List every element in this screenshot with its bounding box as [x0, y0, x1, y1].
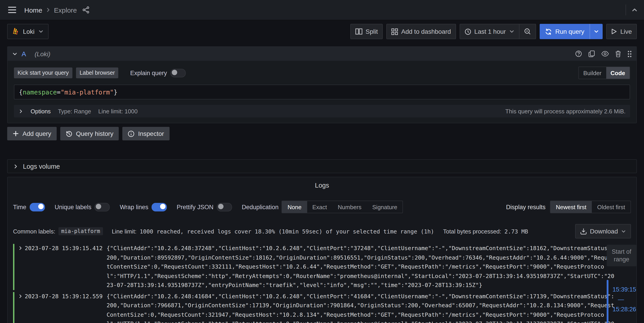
order-option-oldest-first[interactable]: Oldest first	[592, 201, 630, 213]
common-labels-label: Common labels:	[13, 228, 55, 234]
prettify-json-label: Prettify JSON	[177, 204, 214, 210]
trash-icon[interactable]	[615, 50, 621, 57]
dedup-option-signature[interactable]: Signature	[367, 201, 403, 213]
download-button[interactable]: Download	[575, 224, 631, 238]
add-query-button[interactable]: Add query	[7, 127, 57, 140]
live-button[interactable]: Live	[606, 24, 637, 39]
total-bytes-value: 2.73 MB	[504, 228, 528, 234]
options-line-limit-summary: Line limit: 1000	[98, 108, 138, 114]
kick-start-label: Kick start your query	[18, 70, 69, 76]
query-history-button[interactable]: Query history	[60, 127, 119, 140]
log-level-bar	[13, 244, 14, 290]
run-query-dropdown-button[interactable]	[590, 24, 603, 39]
breadcrumb-separator-icon	[46, 8, 50, 12]
log-nav-time-newest: 15:39:15	[612, 286, 636, 293]
logs-panel-title: Logs	[8, 177, 636, 189]
query-history-label: Query history	[76, 130, 114, 137]
query-row-header: A (Loki)	[8, 47, 636, 61]
scroll-top-button[interactable]	[632, 7, 638, 13]
share-button[interactable]	[82, 6, 90, 14]
collapse-chevron-icon[interactable]	[12, 51, 18, 56]
log-timestamp: 2023-07-28 15:39:15.412	[25, 244, 103, 253]
query-token-open-brace: {	[19, 88, 23, 96]
start-of-range-button[interactable]: Start of range	[607, 245, 636, 266]
logs-panel: Logs Time Unique labels Wrap lines Prett…	[7, 177, 637, 323]
split-label: Split	[366, 28, 378, 35]
expand-chevron-icon[interactable]	[18, 246, 23, 250]
download-icon	[580, 228, 587, 234]
info-icon	[128, 130, 134, 137]
chevron-down-icon	[509, 29, 514, 34]
query-ref-id[interactable]: A	[22, 50, 26, 58]
chevron-down-icon	[38, 29, 44, 34]
kick-start-button[interactable]: Kick start your query	[14, 68, 72, 78]
add-to-dashboard-button[interactable]: Add to dashboard	[386, 24, 456, 39]
chevron-up-icon	[632, 7, 638, 13]
log-body: {"ClientAddr":"10.2.6.248:41684","Client…	[106, 292, 616, 323]
query-editor-panel: A (Loki) Kick start your query Label bro…	[7, 46, 637, 123]
drag-handle-icon[interactable]	[627, 50, 632, 57]
prettify-json-toggle[interactable]	[216, 203, 232, 211]
editor-mode-code[interactable]: Code	[606, 67, 630, 79]
query-options-row[interactable]: Options Type: Range Line limit: 1000 Thi…	[14, 105, 630, 118]
query-input[interactable]: {namespace="mia-platform"}	[14, 84, 630, 100]
log-nav-separator: —	[612, 296, 636, 303]
explain-query-toggle[interactable]	[171, 68, 186, 77]
add-to-dashboard-label: Add to dashboard	[401, 28, 451, 35]
explain-query-label: Explain query	[130, 70, 167, 76]
dedup-option-exact[interactable]: Exact	[307, 201, 332, 213]
run-query-label: Run query	[555, 28, 584, 35]
logs-volume-title: Logs volume	[23, 162, 60, 170]
deduplication-radio-group: None Exact Numbers Signature	[282, 201, 403, 213]
breadcrumb: Home Explore	[24, 6, 77, 14]
wrap-lines-toggle[interactable]	[152, 203, 167, 211]
menu-button[interactable]	[6, 4, 18, 16]
chevron-down-icon	[621, 229, 626, 234]
time-range-picker[interactable]: Last 1 hour	[460, 24, 519, 39]
dedup-option-numbers[interactable]: Numbers	[332, 201, 367, 213]
line-limit-label: Line limit:	[112, 228, 136, 234]
chevron-right-icon	[18, 109, 24, 114]
split-button[interactable]: Split	[350, 24, 383, 39]
split-icon	[355, 28, 362, 35]
total-bytes-label: Total bytes processed:	[443, 228, 502, 234]
run-query-button[interactable]: Run query	[540, 24, 590, 39]
log-navigation-range: 15:39:15 — 15:28:26	[607, 280, 636, 323]
plus-icon	[12, 130, 19, 137]
hamburger-icon	[8, 7, 16, 13]
time-label: Time	[13, 204, 26, 210]
dedup-option-none[interactable]: None	[282, 201, 307, 213]
eye-icon[interactable]	[601, 51, 609, 57]
secondary-actions: Add query Query history Inspector	[7, 127, 637, 140]
query-token-label: namespace	[23, 88, 57, 96]
help-icon[interactable]	[575, 50, 582, 57]
label-browser-button[interactable]: Label browser	[76, 68, 118, 78]
time-picker-group: Last 1 hour	[460, 24, 536, 39]
inspector-button[interactable]: Inspector	[122, 127, 169, 140]
magnifier-minus-icon	[524, 28, 531, 35]
nav-divider	[626, 4, 626, 15]
inspector-label: Inspector	[138, 130, 164, 137]
time-toggle[interactable]	[30, 203, 45, 211]
datasource-picker[interactable]: Loki	[7, 24, 48, 39]
log-row[interactable]: 2023-07-28 15:39:12.559 {"ClientAddr":"1…	[13, 292, 631, 323]
display-results-label: Display results	[506, 204, 546, 210]
copy-icon[interactable]	[588, 50, 595, 57]
breadcrumb-home[interactable]: Home	[24, 6, 42, 14]
logs-controls: Time Unique labels Wrap lines Prettify J…	[8, 201, 636, 213]
order-option-newest-first[interactable]: Newest first	[550, 201, 592, 213]
expand-chevron-icon[interactable]	[18, 294, 23, 298]
unique-labels-toggle[interactable]	[95, 203, 110, 211]
wrap-lines-label: Wrap lines	[120, 204, 148, 210]
query-datasource-hint: (Loki)	[35, 50, 50, 57]
log-nav-times: 15:39:15 — 15:28:26	[608, 280, 636, 323]
nav-right	[626, 4, 638, 15]
breadcrumb-current: Explore	[54, 6, 77, 14]
editor-mode-builder[interactable]: Builder	[579, 67, 606, 79]
logs-meta-row: Common labels: mia-platform Line limit: …	[8, 224, 636, 238]
log-level-bar	[13, 292, 14, 323]
log-body: {"ClientAddr":"10.2.6.248:37248","Client…	[106, 244, 616, 290]
log-row[interactable]: 2023-07-28 15:39:15.412 {"ClientAddr":"1…	[13, 244, 631, 290]
logs-volume-panel[interactable]: Logs volume	[7, 159, 637, 173]
zoom-out-button[interactable]	[519, 24, 536, 39]
